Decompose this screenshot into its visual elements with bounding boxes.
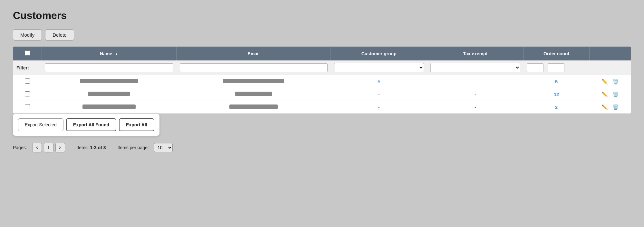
row2-tax-cell: - — [427, 88, 524, 101]
row1-actions-cell: ✏️ 🗑️ — [589, 75, 631, 88]
row1-tax-value: - — [475, 79, 476, 84]
row2-actions-cell: ✏️ 🗑️ — [589, 88, 631, 101]
filter-group-cell — [331, 60, 427, 75]
row2-email-cell — [177, 88, 331, 101]
row2-delete-icon[interactable]: 🗑️ — [612, 91, 619, 97]
row1-group-link[interactable]: A — [377, 79, 380, 84]
row3-orders-cell: 2 — [524, 101, 589, 114]
items-info: Items: 1-3 of 3 — [77, 145, 106, 150]
toolbar: Modify Delete — [13, 29, 631, 41]
row1-group-cell: A — [331, 75, 427, 88]
row3-name-cell — [42, 101, 177, 114]
row3-checkbox-cell — [13, 101, 42, 114]
email-column-header[interactable]: Email — [177, 47, 331, 60]
page-title: Customers — [13, 10, 631, 22]
row3-tax-cell: - — [427, 101, 524, 114]
row3-order-count[interactable]: 2 — [555, 105, 558, 110]
filter-label: Filter: — [13, 60, 42, 75]
page-navigation: < 1 > — [32, 143, 65, 152]
row2-edit-icon[interactable]: ✏️ — [601, 91, 608, 97]
filter-group-select[interactable] — [334, 63, 424, 72]
row1-name-bar — [80, 79, 138, 83]
table-row: A - 5 ✏️ 🗑️ — [13, 75, 631, 88]
current-page-indicator: 1 — [44, 143, 53, 152]
row3-tax-value: - — [475, 105, 476, 110]
pages-label: Pages: — [13, 145, 27, 150]
row1-orders-cell: 5 — [524, 75, 589, 88]
filter-row: Filter: — [13, 60, 631, 75]
row3-email-bar — [229, 104, 278, 109]
row2-tax-value: - — [475, 92, 476, 97]
row2-checkbox[interactable] — [25, 91, 30, 96]
row1-name-cell — [42, 75, 177, 88]
export-panel: Export Selected Export All Found Export … — [13, 114, 159, 136]
row2-name-cell — [42, 88, 177, 101]
row3-name-bar — [82, 104, 136, 109]
row1-checkbox[interactable] — [25, 78, 30, 84]
filter-email-input[interactable] — [180, 63, 328, 72]
filter-email-cell — [177, 60, 331, 75]
filter-actions-cell — [589, 60, 631, 75]
row1-email-bar — [223, 79, 284, 83]
order-count-column-header[interactable]: Order count — [524, 47, 589, 60]
next-page-button[interactable]: > — [55, 143, 65, 152]
name-column-header[interactable]: Name ▲ — [42, 47, 177, 60]
row1-tax-cell: - — [427, 75, 524, 88]
row2-order-count[interactable]: 12 — [554, 92, 559, 97]
delete-button[interactable]: Delete — [45, 29, 74, 41]
per-page-select[interactable]: 10 25 50 100 — [154, 143, 173, 152]
modify-button[interactable]: Modify — [13, 29, 42, 41]
table-row: - - 2 ✏️ 🗑️ — [13, 101, 631, 114]
row3-email-cell — [177, 101, 331, 114]
per-page-label: Items per page: — [118, 145, 149, 150]
row3-edit-icon[interactable]: ✏️ — [601, 104, 608, 110]
row1-delete-icon[interactable]: 🗑️ — [612, 78, 619, 85]
row2-name-bar — [88, 92, 130, 96]
row3-group-cell: - — [331, 101, 427, 114]
row3-checkbox[interactable] — [25, 104, 30, 109]
filter-order-min-input[interactable] — [527, 63, 543, 72]
pagination-bar: Pages: < 1 > Items: 1-3 of 3 Items per p… — [13, 143, 631, 152]
row1-order-count[interactable]: 5 — [555, 79, 558, 84]
actions-column-header — [589, 47, 631, 60]
export-selected-button[interactable]: Export Selected — [18, 118, 63, 131]
range-separator: - — [545, 65, 546, 70]
row2-group-cell: - — [331, 88, 427, 101]
table-header-row: Name ▲ Email Customer group Tax exempt O… — [13, 47, 631, 60]
filter-name-input[interactable] — [45, 63, 173, 72]
filter-order-range-cell: - — [524, 60, 589, 75]
filter-tax-cell — [427, 60, 524, 75]
table-row: - - 12 ✏️ 🗑️ — [13, 88, 631, 101]
row1-edit-icon[interactable]: ✏️ — [601, 78, 608, 85]
filter-name-cell — [42, 60, 177, 75]
sort-arrow-icon: ▲ — [115, 52, 118, 56]
row2-orders-cell: 12 — [524, 88, 589, 101]
filter-order-max-input[interactable] — [548, 63, 564, 72]
prev-page-button[interactable]: < — [32, 143, 42, 152]
row3-delete-icon[interactable]: 🗑️ — [612, 104, 619, 110]
customers-table: Name ▲ Email Customer group Tax exempt O… — [13, 46, 631, 114]
export-all-button[interactable]: Export All — [119, 118, 154, 131]
row2-group-value: - — [378, 92, 380, 97]
row2-email-bar — [235, 92, 272, 96]
select-all-header — [13, 47, 42, 60]
select-all-checkbox[interactable] — [25, 50, 30, 56]
row1-checkbox-cell — [13, 75, 42, 88]
filter-tax-select[interactable] — [430, 63, 520, 72]
row2-checkbox-cell — [13, 88, 42, 101]
row3-actions-cell: ✏️ 🗑️ — [589, 101, 631, 114]
export-all-found-button[interactable]: Export All Found — [66, 118, 116, 131]
row3-group-value: - — [378, 105, 380, 110]
row1-email-cell — [177, 75, 331, 88]
customer-group-column-header[interactable]: Customer group — [331, 47, 427, 60]
tax-exempt-column-header[interactable]: Tax exempt — [427, 47, 524, 60]
